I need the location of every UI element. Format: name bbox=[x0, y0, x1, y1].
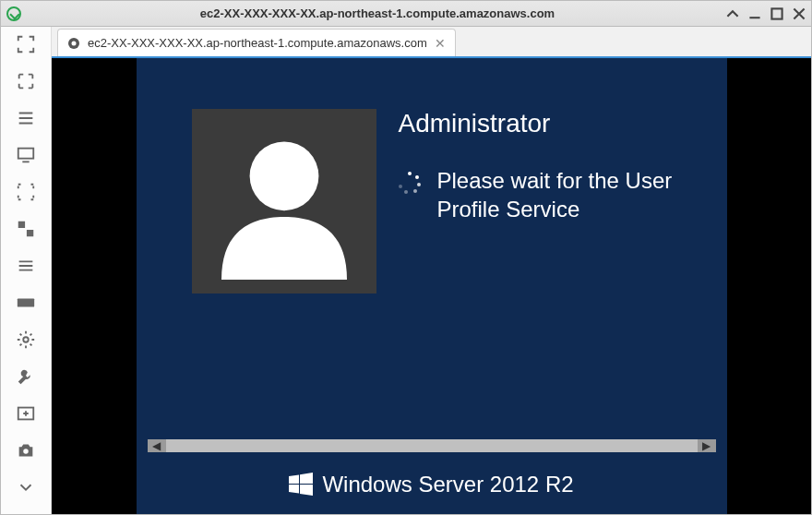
svg-rect-3 bbox=[18, 298, 34, 306]
status-row: Please wait for the User Profile Service bbox=[399, 166, 714, 223]
scroll-left-button[interactable]: ◀ bbox=[148, 439, 166, 452]
camera-icon[interactable] bbox=[16, 440, 36, 461]
app-window: ec2-XX-XXX-XXX-XX.ap-northeast-1.compute… bbox=[0, 0, 812, 515]
fullscreen-corners-icon[interactable] bbox=[16, 34, 36, 54]
svg-point-8 bbox=[72, 41, 77, 45]
svg-point-9 bbox=[249, 141, 318, 210]
horizontal-scrollbar[interactable]: ◀ ▶ bbox=[137, 437, 727, 454]
login-text: Administrator Please bbox=[399, 109, 714, 293]
tab-label: ec2-XX-XXX-XXX-XX.ap-northeast-1.compute… bbox=[88, 36, 427, 50]
chevron-up-icon[interactable] bbox=[726, 7, 739, 20]
os-branding: Windows Server 2012 R2 bbox=[137, 472, 727, 497]
scroll-track[interactable] bbox=[166, 439, 698, 452]
remote-viewport: Administrator Please bbox=[52, 58, 811, 514]
login-area: Administrator Please bbox=[192, 109, 714, 293]
body-area: ec2-XX-XXX-XXX-XX.ap-northeast-1.compute… bbox=[1, 27, 811, 514]
svg-rect-1 bbox=[771, 8, 782, 18]
minimize-button[interactable] bbox=[748, 7, 761, 20]
window-title: ec2-XX-XXX-XXX-XX.ap-northeast-1.compute… bbox=[29, 6, 726, 20]
sidebar-toolbar bbox=[1, 27, 52, 514]
tab-close-icon[interactable]: ✕ bbox=[435, 36, 446, 51]
svg-rect-2 bbox=[18, 149, 34, 159]
svg-point-4 bbox=[23, 337, 29, 342]
tools-wrench-icon[interactable] bbox=[16, 366, 36, 387]
monitor-icon[interactable] bbox=[16, 145, 36, 165]
tab-bar: ec2-XX-XXX-XXX-XX.ap-northeast-1.compute… bbox=[52, 27, 811, 58]
keyboard-icon[interactable] bbox=[16, 293, 36, 313]
user-avatar bbox=[192, 109, 376, 293]
username-label: Administrator bbox=[399, 109, 714, 138]
windows-logo-icon bbox=[289, 473, 313, 497]
close-button[interactable] bbox=[793, 7, 806, 20]
remote-screen[interactable]: Administrator Please bbox=[137, 58, 727, 514]
app-logo-icon bbox=[6, 6, 21, 21]
scroll-right-button[interactable]: ▶ bbox=[698, 439, 716, 452]
os-brand-text: Windows Server 2012 R2 bbox=[322, 472, 573, 497]
svg-point-6 bbox=[23, 449, 29, 454]
fullscreen-expand-icon[interactable] bbox=[16, 71, 36, 91]
brand-year: 2012 bbox=[490, 472, 539, 497]
lines-icon[interactable] bbox=[16, 256, 36, 276]
settings-gear-icon[interactable] bbox=[16, 329, 36, 350]
window-controls bbox=[726, 7, 806, 20]
list-icon[interactable] bbox=[16, 108, 36, 128]
chevron-down-icon[interactable] bbox=[16, 477, 36, 497]
maximize-button[interactable] bbox=[770, 7, 783, 20]
main-area: ec2-XX-XXX-XXX-XX.ap-northeast-1.compute… bbox=[52, 27, 811, 514]
brand-product: Windows Server bbox=[322, 472, 484, 497]
scale-icon[interactable] bbox=[16, 219, 36, 239]
titlebar: ec2-XX-XXX-XXX-XX.ap-northeast-1.compute… bbox=[1, 1, 811, 27]
tab-favicon-icon bbox=[67, 37, 80, 50]
connection-tab[interactable]: ec2-XX-XXX-XXX-XX.ap-northeast-1.compute… bbox=[57, 29, 456, 56]
fit-window-icon[interactable] bbox=[16, 182, 36, 202]
brand-suffix: R2 bbox=[545, 472, 574, 497]
status-message: Please wait for the User Profile Service bbox=[437, 166, 714, 223]
loading-spinner-icon bbox=[399, 172, 421, 194]
add-window-icon[interactable] bbox=[16, 403, 36, 424]
